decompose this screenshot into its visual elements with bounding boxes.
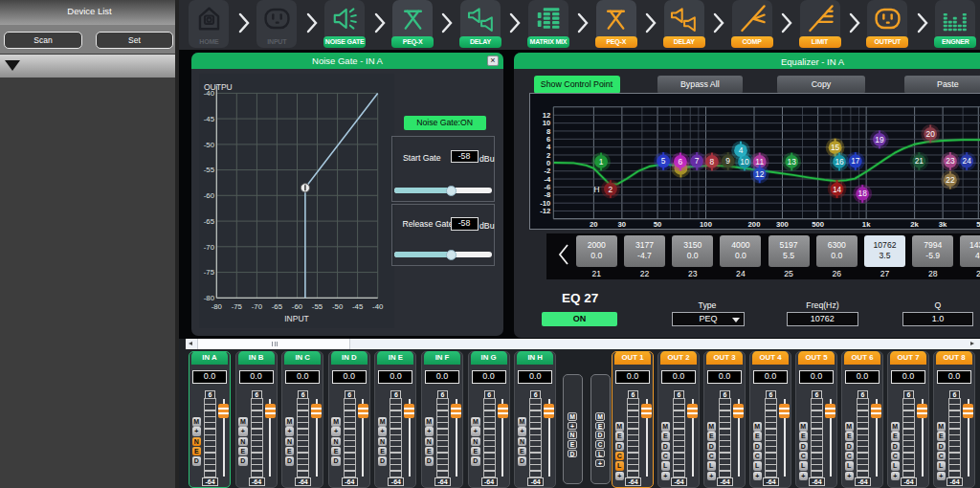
svg-text:-50: -50 (332, 302, 344, 311)
svg-text:14: 14 (833, 185, 842, 194)
svg-text:2: 2 (546, 151, 550, 160)
svg-text:-10: -10 (540, 199, 550, 208)
svg-text:0: 0 (546, 159, 550, 167)
svg-text:-80: -80 (204, 294, 215, 302)
svg-text:-70: -70 (252, 302, 263, 311)
svg-text:-4: -4 (544, 175, 551, 184)
svg-text:8: 8 (710, 157, 715, 166)
svg-text:5: 5 (661, 156, 666, 166)
svg-text:-75: -75 (232, 302, 243, 311)
svg-text:-55: -55 (312, 302, 323, 311)
svg-text:18: 18 (858, 189, 868, 198)
svg-text:-50: -50 (204, 141, 215, 149)
svg-text:3k: 3k (939, 220, 947, 229)
svg-text:500: 500 (812, 220, 824, 229)
svg-text:12: 12 (755, 169, 765, 179)
svg-text:-75: -75 (204, 268, 215, 277)
svg-text:INPUT: INPUT (284, 314, 309, 323)
svg-text:22: 22 (946, 175, 955, 185)
svg-text:6: 6 (546, 135, 550, 144)
svg-text:1: 1 (599, 157, 604, 166)
svg-text:50: 50 (654, 220, 662, 229)
svg-text:20: 20 (926, 129, 936, 139)
svg-text:-45: -45 (352, 302, 364, 311)
svg-text:12: 12 (543, 111, 551, 120)
svg-text:H: H (594, 185, 600, 194)
svg-text:24: 24 (962, 156, 971, 166)
svg-text:200: 200 (748, 220, 761, 229)
svg-text:8: 8 (546, 127, 551, 136)
svg-text:2k: 2k (910, 220, 919, 229)
svg-text:1k: 1k (862, 220, 871, 229)
svg-text:100: 100 (700, 220, 712, 229)
svg-text:300: 300 (776, 220, 789, 229)
svg-text:6: 6 (679, 157, 683, 166)
svg-text:-12: -12 (540, 207, 550, 215)
svg-text:16: 16 (835, 157, 844, 166)
svg-text:19: 19 (875, 135, 884, 144)
svg-text:9: 9 (725, 156, 730, 166)
svg-text:4: 4 (739, 145, 744, 155)
svg-text:21: 21 (915, 156, 924, 166)
svg-text:-45: -45 (204, 115, 215, 123)
svg-text:10: 10 (543, 119, 551, 127)
svg-text:-55: -55 (204, 166, 215, 174)
svg-text:-65: -65 (272, 302, 283, 311)
svg-text:-60: -60 (292, 302, 303, 311)
svg-text:-6: -6 (544, 183, 550, 191)
svg-text:-8: -8 (544, 190, 551, 199)
svg-text:20: 20 (590, 220, 598, 229)
svg-text:-80: -80 (212, 302, 223, 311)
svg-text:5: 5 (976, 220, 980, 229)
svg-text:-40: -40 (372, 302, 384, 311)
svg-text:-70: -70 (204, 243, 215, 252)
svg-text:-65: -65 (204, 217, 215, 226)
svg-text:-2: -2 (544, 166, 550, 175)
svg-text:30: 30 (618, 220, 627, 229)
svg-text:17: 17 (851, 156, 860, 166)
svg-text:-60: -60 (204, 191, 215, 200)
svg-text:13: 13 (788, 157, 797, 166)
svg-text:4: 4 (546, 143, 551, 151)
svg-text:7: 7 (695, 156, 700, 166)
svg-text:2: 2 (609, 185, 613, 194)
svg-text:23: 23 (946, 156, 955, 166)
svg-text:15: 15 (831, 143, 840, 152)
svg-text:-40: -40 (204, 89, 215, 98)
